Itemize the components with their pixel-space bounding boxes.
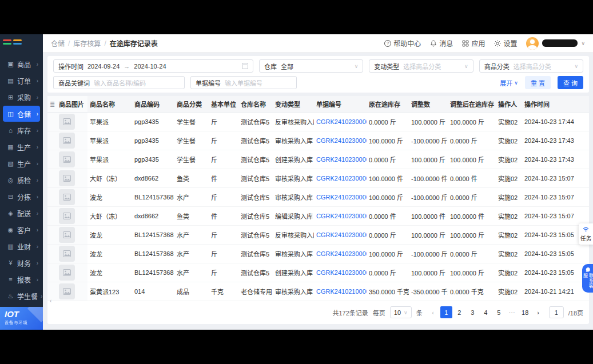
settings-button[interactable]: 设置: [494, 38, 517, 48]
messages-button[interactable]: 消息: [430, 38, 453, 48]
bell-icon: [430, 40, 437, 47]
doc-number-link[interactable]: CGRK24102300001: [316, 269, 367, 276]
customer-service-float-button[interactable]: 联系客服: [582, 264, 593, 293]
table-row: 大虾（冻）dxd8662鱼类件测试仓库5编辑采购入库CGRK2410230000…: [47, 207, 589, 226]
sidebar-item-student-meal[interactable]: ♨学生餐›: [3, 288, 40, 304]
sidebar-item-label: 配送: [17, 209, 31, 218]
cell-warehouse: 测试仓库5: [238, 113, 273, 131]
reports-icon: ≡: [7, 276, 14, 283]
chat-bubble-icon: [585, 267, 591, 272]
sidebar-item-reports[interactable]: ≡报表›: [3, 271, 40, 287]
chevron-right-icon: ›: [41, 293, 42, 299]
user-menu[interactable]: ∨: [526, 37, 585, 50]
prev-page-button[interactable]: ‹: [427, 306, 439, 318]
page-button-18[interactable]: 18: [519, 306, 531, 318]
cell-after-qty: 100.0000 斤: [448, 150, 496, 169]
doc-number-link[interactable]: CGRK24102300001: [316, 250, 367, 257]
change-type-select[interactable]: 变动类型 选择商品分类 ∨: [369, 59, 473, 73]
cell-change-type: 反审核采购入库: [273, 226, 314, 245]
sidebar-item-customers[interactable]: ◉客户›: [3, 222, 40, 238]
chevron-down-icon: ∨: [574, 63, 578, 69]
page-buttons: ‹12345⋯18›: [427, 306, 544, 318]
cell-time: 2024-10-23 15:07: [522, 169, 589, 188]
cell-unit: 斤: [209, 263, 238, 282]
per-page-select[interactable]: 10 ∨: [390, 306, 412, 318]
sidebar-item-inventory[interactable]: ⌂库存›: [3, 122, 40, 138]
cell-product-image: [57, 263, 87, 282]
doc-number-link[interactable]: CGRK24102100002: [316, 288, 367, 295]
sidebar-item-finance[interactable]: ¥财务›: [3, 255, 40, 271]
doc-number-link[interactable]: CGRK24102300001: [316, 231, 367, 238]
sidebar-item-warehouse[interactable]: ◫仓储›: [3, 106, 40, 122]
sidebar-item-label: 业财: [17, 242, 31, 251]
doc-number-placeholder: 输入单据编号: [225, 78, 262, 87]
apps-button[interactable]: 应用: [462, 38, 485, 48]
doc-number-link[interactable]: CGRK24102300001: [316, 213, 367, 219]
cell-time: 2024-10-23 15:07: [522, 207, 589, 226]
cell-before-qty: 350.0000 千克: [367, 282, 409, 301]
doc-number-link[interactable]: CGRK24102300002: [316, 118, 367, 125]
warehouse-select[interactable]: 仓库 全部 ∨: [259, 59, 363, 73]
cell-time: 2024-10-23 15:05: [522, 245, 589, 263]
doc-number-link[interactable]: CGRK24102300002: [316, 137, 367, 144]
page-button-5[interactable]: 5: [493, 306, 505, 318]
cell-after-qty: 0.0000 件: [448, 169, 496, 188]
page-button-1[interactable]: 1: [440, 306, 452, 318]
reset-button[interactable]: 重 置: [525, 76, 551, 89]
content-area: 操作时间 2024-09-24 → 2024-10-24 仓库 全部 ∨: [43, 53, 593, 330]
sidebar-item-biz-finance[interactable]: ▥业财›: [3, 238, 40, 254]
table-scroll-left-hint[interactable]: ‹: [50, 298, 51, 304]
sidebar-item-procurement[interactable]: ⊞采购›: [3, 89, 40, 105]
search-button[interactable]: 查 询: [558, 76, 583, 89]
column-settings-icon[interactable]: ≣: [50, 101, 55, 107]
cell-before-qty: 0.0000 斤: [367, 226, 409, 245]
cell-before-qty: 100.0000 件: [367, 169, 409, 188]
breadcrumb-item[interactable]: 仓储: [51, 38, 65, 48]
doc-number-input[interactable]: 单据编号 输入单据编号: [190, 76, 297, 89]
topbar-actions: ?帮助中心消息应用设置 ∨: [384, 37, 585, 50]
page-button-4[interactable]: 4: [480, 306, 492, 318]
doc-number-link[interactable]: CGRK24102300001: [316, 175, 367, 182]
sidebar-item-sorting[interactable]: ⊟分拣›: [3, 189, 40, 205]
cell-product-name: 苹果派: [87, 113, 132, 131]
sidebar-item-label: 财务: [17, 258, 31, 268]
cell-adjust-qty: 100.0000 斤: [409, 226, 448, 245]
next-page-button[interactable]: ›: [532, 306, 544, 318]
user-name-redacted: [542, 39, 578, 47]
breadcrumb-separator: /: [104, 39, 106, 47]
chevron-down-icon: ∨: [404, 310, 408, 315]
task-float-button[interactable]: 任务: [579, 223, 593, 245]
column-header: 调整数: [409, 96, 448, 113]
category-select[interactable]: 商品分类 选择商品分类 ∨: [479, 59, 583, 73]
image-icon: [63, 156, 71, 163]
sidebar-item-production[interactable]: ▦生产›: [3, 139, 40, 155]
date-range-filter[interactable]: 操作时间 2024-09-24 → 2024-10-24: [53, 59, 253, 73]
doc-number-link[interactable]: CGRK24102300001: [316, 194, 367, 201]
brand-logo-dash: [13, 39, 22, 41]
cell-change-type: 审核采购入库: [273, 282, 314, 301]
page-button-3[interactable]: 3: [467, 306, 479, 318]
chevron-down-icon: ∨: [581, 41, 585, 46]
cell-warehouse: 测试仓库5: [238, 150, 273, 169]
keyword-input[interactable]: 商品关键词 输入商品名称/编码: [53, 76, 185, 89]
image-icon: [63, 269, 71, 276]
brand-logo-dash: [3, 43, 11, 45]
help-center-button[interactable]: ?帮助中心: [384, 38, 421, 48]
cell-product-image: [57, 131, 87, 150]
image-icon: [63, 137, 71, 144]
sidebar-item-quality[interactable]: ◎质检›: [3, 172, 40, 188]
breadcrumb-item[interactable]: 库存核算: [73, 38, 101, 48]
product-image-placeholder: [59, 265, 75, 281]
image-icon: [63, 118, 71, 125]
cell-category: 水产: [174, 188, 209, 207]
sidebar-item-delivery[interactable]: ◈配送›: [3, 205, 40, 221]
expand-filters-link[interactable]: 展开∨: [500, 78, 518, 87]
page-button-2[interactable]: 2: [453, 306, 465, 318]
sidebar-item-orders[interactable]: ▤订单›: [3, 73, 40, 89]
sidebar-item-production-2[interactable]: ▧生产›: [3, 155, 40, 171]
doc-number-link[interactable]: CGRK24102300002: [316, 156, 367, 163]
page-jump-input[interactable]: 1: [549, 306, 564, 318]
sidebar-item-goods[interactable]: ▣商品›: [3, 56, 40, 72]
quality-icon: ◎: [7, 177, 14, 184]
cell-adjust-qty: 100.0000 件: [409, 207, 448, 226]
